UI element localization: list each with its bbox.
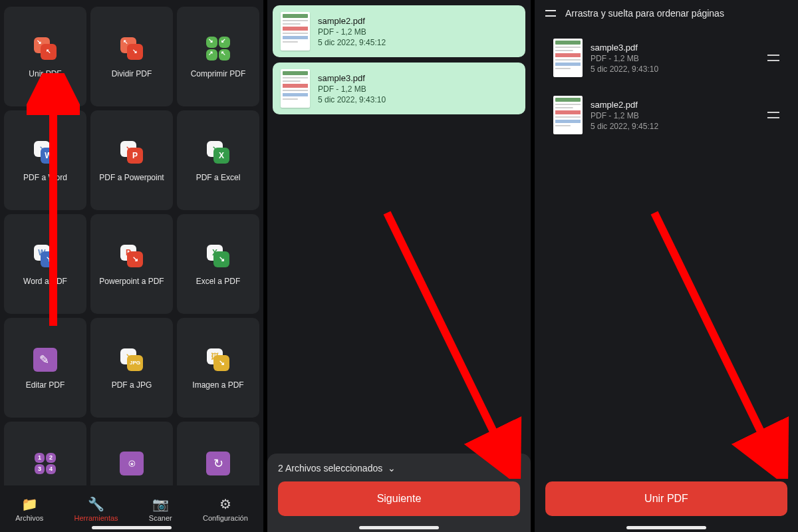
- tool-pdf-a-jpg[interactable]: ↘ JPG PDF a JPG: [90, 318, 173, 418]
- file-meta: PDF - 1,2 MB: [318, 27, 386, 37]
- panel-reorder: Arrastra y suelta para ordenar páginas s…: [535, 0, 798, 532]
- pdf-thumbnail-icon: [281, 69, 310, 108]
- file-list: sample3.pdf PDF - 1,2 MB 5 dic 2022, 9:4…: [535, 23, 798, 150]
- tool-label: PDF a Powerpoint: [99, 173, 164, 183]
- nav-scaner[interactable]: 📷 Scaner: [149, 496, 172, 522]
- excel-icon: ↘ X: [204, 138, 232, 166]
- pdf-thumbnail-icon: [553, 96, 583, 134]
- image-to-pdf-icon: 🖼 ↘: [204, 346, 232, 374]
- page-numbers-icon: 1 2 3 4: [31, 450, 59, 477]
- tool-numeros-pagina[interactable]: 1 2 3 4 Números de página: [4, 422, 86, 485]
- file-date: 5 dic 2022, 9:43:10: [591, 65, 658, 74]
- edit-icon: ✎: [31, 346, 59, 374]
- word-icon: ↘ W: [31, 138, 59, 166]
- tool-label: Imagen a PDF: [192, 380, 243, 390]
- tool-editar-pdf[interactable]: ✎ Editar PDF: [4, 318, 86, 418]
- tool-label: Editar PDF: [26, 380, 65, 390]
- tool-label: Unir PDF: [29, 69, 61, 79]
- ppt-to-pdf-icon: P ↘: [118, 242, 146, 270]
- nav-label: Scaner: [149, 514, 172, 522]
- split-icon: ↖ ↘: [118, 35, 146, 63]
- bottom-nav: 📁 Archivos 🔧 Herramientas 📷 Scaner ⚙ Con…: [0, 485, 263, 532]
- menu-icon[interactable]: [545, 10, 556, 17]
- file-row[interactable]: sample2.pdf PDF - 1,2 MB 5 dic 2022, 9:4…: [545, 89, 787, 141]
- tool-imagen-a-pdf[interactable]: 🖼 ↘ Imagen a PDF: [177, 318, 259, 418]
- file-card[interactable]: sample3.pdf PDF - 1,2 MB 5 dic 2022, 9:4…: [273, 63, 525, 114]
- panel-select-files: sample2.pdf PDF - 1,2 MB 5 dic 2022, 9:4…: [267, 0, 531, 532]
- gear-icon: ⚙: [219, 496, 231, 512]
- wrench-icon: 🔧: [88, 496, 104, 512]
- tool-pdf-a-ppt[interactable]: ↘ P PDF a Powerpoint: [90, 110, 173, 210]
- file-name: sample3.pdf: [591, 43, 658, 53]
- tool-ppt-a-pdf[interactable]: P ↘ Powerpoint a PDF: [90, 214, 173, 314]
- bottom-sheet: 2 Archivos seleccionados ⌄ Siguiente: [267, 454, 531, 532]
- file-meta: PDF - 1,2 MB: [591, 54, 658, 63]
- pdf-thumbnail-icon: [281, 12, 310, 51]
- next-button[interactable]: Siguiente: [278, 481, 520, 516]
- camera-icon: 📷: [152, 496, 169, 512]
- file-date: 5 dic 2022, 9:43:10: [318, 95, 386, 104]
- watermark-icon: ⍟: [118, 450, 146, 477]
- button-label: Siguiente: [377, 493, 422, 505]
- nav-archivos[interactable]: 📁 Archivos: [15, 496, 43, 522]
- tool-marca-de-agua[interactable]: ⍟ Marca de agua: [90, 422, 173, 485]
- ppt-icon: ↘ P: [118, 138, 146, 166]
- drag-handle-icon[interactable]: [767, 112, 779, 118]
- file-meta: PDF - 1,2 MB: [591, 111, 658, 120]
- home-indicator: [92, 526, 172, 529]
- tool-rotar-pdf[interactable]: ↻ Rotar PDF: [177, 422, 259, 485]
- file-card[interactable]: sample2.pdf PDF - 1,2 MB 5 dic 2022, 9:4…: [273, 5, 525, 57]
- drag-handle-icon[interactable]: [767, 55, 779, 61]
- tool-label: Excel a PDF: [196, 277, 241, 287]
- tool-pdf-a-excel[interactable]: ↘ X PDF a Excel: [177, 110, 259, 210]
- home-indicator: [626, 526, 706, 529]
- excel-to-pdf-icon: X ↘: [204, 242, 232, 270]
- file-row[interactable]: sample3.pdf PDF - 1,2 MB 5 dic 2022, 9:4…: [545, 32, 787, 84]
- tool-label: PDF a JPG: [112, 380, 152, 390]
- tool-word-a-pdf[interactable]: W ↘ Word a PDF: [4, 214, 86, 314]
- bottom-sheet: Unir PDF: [535, 481, 798, 532]
- selection-count-row[interactable]: 2 Archivos seleccionados ⌄: [278, 463, 520, 473]
- jpg-icon: ↘ JPG: [118, 346, 146, 374]
- tool-label: Powerpoint a PDF: [99, 277, 164, 287]
- tool-pdf-a-word[interactable]: ↘ W PDF a Word: [4, 110, 86, 210]
- file-name: sample3.pdf: [318, 73, 386, 83]
- file-name: sample2.pdf: [318, 16, 386, 26]
- nav-label: Configuración: [203, 514, 248, 522]
- tool-label: Comprimir PDF: [191, 69, 246, 79]
- nav-label: Archivos: [15, 514, 43, 522]
- tool-comprimir-pdf[interactable]: ↘ ↙ ↗ ↖ Comprimir PDF: [177, 7, 259, 106]
- tool-label: PDF a Word: [23, 173, 67, 183]
- selection-count: 2 Archivos seleccionados: [278, 463, 382, 473]
- chevron-down-icon: ⌄: [388, 463, 396, 473]
- merge-button[interactable]: Unir PDF: [545, 481, 787, 516]
- nav-herramientas[interactable]: 🔧 Herramientas: [74, 496, 118, 522]
- nav-config[interactable]: ⚙ Configuración: [203, 496, 248, 522]
- tool-excel-a-pdf[interactable]: X ↘ Excel a PDF: [177, 214, 259, 314]
- file-list: sample2.pdf PDF - 1,2 MB 5 dic 2022, 9:4…: [267, 0, 531, 120]
- file-meta: PDF - 1,2 MB: [318, 84, 386, 94]
- nav-label: Herramientas: [74, 514, 118, 522]
- merge-icon: ↘ ↖: [31, 35, 59, 63]
- svg-line-1: [387, 213, 507, 459]
- file-date: 5 dic 2022, 9:45:12: [318, 38, 386, 47]
- compress-icon: ↘ ↙ ↗ ↖: [204, 35, 232, 63]
- tool-grid: ↘ ↖ Unir PDF ↖ ↘ Dividir PDF: [0, 0, 263, 485]
- file-name: sample2.pdf: [591, 100, 658, 110]
- svg-line-2: [654, 213, 774, 459]
- tool-unir-pdf[interactable]: ↘ ↖ Unir PDF: [4, 7, 86, 106]
- rotate-icon: ↻: [204, 450, 232, 477]
- word-to-pdf-icon: W ↘: [31, 242, 59, 270]
- tool-label: PDF a Excel: [196, 173, 241, 183]
- annotation-arrow-down: [634, 200, 794, 479]
- tool-dividir-pdf[interactable]: ↖ ↘ Dividir PDF: [90, 7, 173, 106]
- home-indicator: [359, 526, 439, 529]
- button-label: Unir PDF: [644, 493, 688, 505]
- panel-tools: ↘ ↖ Unir PDF ↖ ↘ Dividir PDF: [0, 0, 263, 532]
- file-date: 5 dic 2022, 9:45:12: [591, 122, 658, 131]
- header-text: Arrastra y suelta para ordenar páginas: [565, 8, 724, 19]
- folder-icon: 📁: [21, 496, 38, 512]
- annotation-arrow-down: [367, 200, 527, 479]
- tool-label: Dividir PDF: [112, 69, 152, 79]
- reorder-header: Arrastra y suelta para ordenar páginas: [535, 0, 798, 23]
